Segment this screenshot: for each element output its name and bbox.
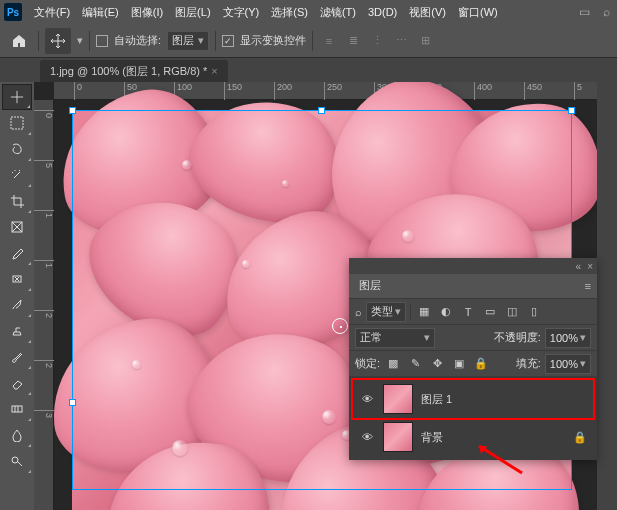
- options-bar: ▾ 自动选择: 图层▾ ✓ 显示变换控件 ≡ ≣ ⋮ ⋯ ⊞: [0, 24, 617, 58]
- magic-wand-tool[interactable]: [2, 162, 32, 188]
- lock-artboard-icon[interactable]: ▣: [450, 355, 468, 373]
- move-tool[interactable]: [2, 84, 32, 110]
- blur-tool[interactable]: [2, 422, 32, 448]
- layer-name[interactable]: 背景: [421, 430, 443, 445]
- visibility-toggle-icon[interactable]: 👁: [359, 391, 375, 407]
- lasso-tool[interactable]: [2, 136, 32, 162]
- layer-name[interactable]: 图层 1: [421, 392, 452, 407]
- crop-tool[interactable]: [2, 188, 32, 214]
- filter-adjust-icon[interactable]: ◐: [437, 303, 455, 321]
- marquee-tool[interactable]: [2, 110, 32, 136]
- layer-item[interactable]: 👁 图层 1: [353, 380, 593, 418]
- layer-filter-type[interactable]: 类型▾: [366, 302, 406, 322]
- document-title: 1.jpg @ 100% (图层 1, RGB/8) *: [50, 64, 207, 79]
- menu-filter[interactable]: 滤镜(T): [314, 5, 362, 20]
- toolbox: [0, 82, 34, 510]
- menu-type[interactable]: 文字(Y): [217, 5, 266, 20]
- menu-3d[interactable]: 3D(D): [362, 6, 403, 18]
- window-control-icon[interactable]: ▭: [573, 1, 595, 23]
- menu-image[interactable]: 图像(I): [125, 5, 169, 20]
- align-icon[interactable]: ⋯: [391, 31, 411, 51]
- move-tool-icon[interactable]: [45, 28, 71, 54]
- panel-close-icon[interactable]: ×: [587, 261, 593, 272]
- lock-label: 锁定:: [355, 356, 380, 371]
- right-panel-strip[interactable]: [597, 82, 617, 510]
- menu-edit[interactable]: 编辑(E): [76, 5, 125, 20]
- menu-select[interactable]: 选择(S): [265, 5, 314, 20]
- panel-collapse-icon[interactable]: «: [576, 261, 582, 272]
- show-transform-label: 显示变换控件: [240, 33, 306, 48]
- history-brush-tool[interactable]: [2, 344, 32, 370]
- opacity-value[interactable]: 100%▾: [545, 328, 591, 348]
- filter-pixel-icon[interactable]: ▦: [415, 303, 433, 321]
- document-tab[interactable]: 1.jpg @ 100% (图层 1, RGB/8) * ×: [40, 60, 228, 82]
- svg-rect-0: [11, 117, 23, 129]
- filter-type-icon[interactable]: T: [459, 303, 477, 321]
- menu-bar: Ps 文件(F) 编辑(E) 图像(I) 图层(L) 文字(Y) 选择(S) 滤…: [0, 0, 617, 24]
- auto-select-checkbox[interactable]: [96, 35, 108, 47]
- opacity-label: 不透明度:: [494, 330, 541, 345]
- search-icon[interactable]: ⌕: [595, 1, 617, 23]
- menu-window[interactable]: 窗口(W): [452, 5, 504, 20]
- layers-tab[interactable]: 图层: [349, 274, 391, 298]
- lock-icon: 🔒: [573, 431, 587, 444]
- search-icon: ⌕: [355, 306, 362, 318]
- menu-view[interactable]: 视图(V): [403, 5, 452, 20]
- auto-select-label: 自动选择:: [114, 33, 161, 48]
- ruler-vertical: 0 5 1 1 2 2 3: [34, 100, 54, 510]
- home-icon[interactable]: [6, 28, 32, 54]
- gradient-tool[interactable]: [2, 396, 32, 422]
- auto-select-target[interactable]: 图层▾: [167, 31, 209, 51]
- fill-value[interactable]: 100%▾: [545, 354, 591, 374]
- eyedropper-tool[interactable]: [2, 240, 32, 266]
- dodge-tool[interactable]: [2, 448, 32, 474]
- brush-tool[interactable]: [2, 292, 32, 318]
- layer-item[interactable]: 👁 背景 🔒: [353, 418, 593, 456]
- ps-logo: Ps: [4, 3, 22, 21]
- layer-thumbnail[interactable]: [383, 422, 413, 452]
- frame-tool[interactable]: [2, 214, 32, 240]
- show-transform-checkbox[interactable]: ✓: [222, 35, 234, 47]
- layers-panel: « × 图层 ≡ ⌕ 类型▾ ▦ ◐ T ▭ ◫ ▯ 正常▾ 不透明度: 100…: [349, 258, 597, 460]
- blend-mode-select[interactable]: 正常▾: [355, 328, 435, 348]
- filter-toggle-icon[interactable]: ▯: [525, 303, 543, 321]
- filter-smart-icon[interactable]: ◫: [503, 303, 521, 321]
- align-icon[interactable]: ≣: [343, 31, 363, 51]
- align-icon[interactable]: ≡: [319, 31, 339, 51]
- align-icons: ≡ ≣ ⋮ ⋯ ⊞: [319, 31, 435, 51]
- align-icon[interactable]: ⋮: [367, 31, 387, 51]
- lock-all-icon[interactable]: 🔒: [472, 355, 490, 373]
- filter-shape-icon[interactable]: ▭: [481, 303, 499, 321]
- lock-transparent-icon[interactable]: ▩: [384, 355, 402, 373]
- visibility-toggle-icon[interactable]: 👁: [359, 429, 375, 445]
- layer-thumbnail[interactable]: [383, 384, 413, 414]
- healing-tool[interactable]: [2, 266, 32, 292]
- eraser-tool[interactable]: [2, 370, 32, 396]
- align-icon[interactable]: ⊞: [415, 31, 435, 51]
- fill-label: 填充:: [516, 356, 541, 371]
- menu-file[interactable]: 文件(F): [28, 5, 76, 20]
- panel-menu-icon[interactable]: ≡: [579, 280, 597, 292]
- menu-layer[interactable]: 图层(L): [169, 5, 216, 20]
- document-tab-bar: 1.jpg @ 100% (图层 1, RGB/8) * ×: [0, 58, 617, 82]
- cursor-icon: [332, 318, 348, 334]
- lock-position-icon[interactable]: ✥: [428, 355, 446, 373]
- close-tab-icon[interactable]: ×: [211, 65, 217, 77]
- svg-rect-3: [12, 406, 22, 412]
- lock-paint-icon[interactable]: ✎: [406, 355, 424, 373]
- clone-stamp-tool[interactable]: [2, 318, 32, 344]
- svg-point-4: [12, 457, 18, 463]
